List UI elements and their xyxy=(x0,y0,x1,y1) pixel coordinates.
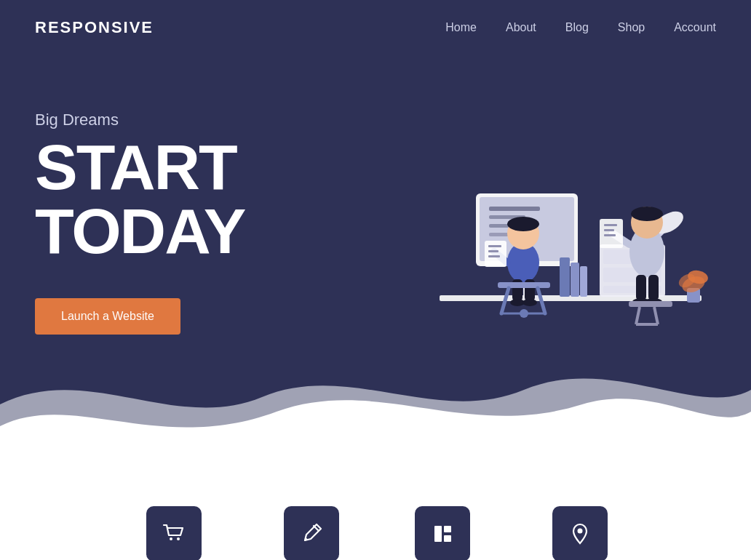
svg-rect-13 xyxy=(560,257,570,297)
svg-rect-40 xyxy=(636,275,646,300)
ecommerce-icon-box xyxy=(146,506,202,560)
hero-headline-line2: TODAY xyxy=(35,195,245,267)
hero-illustration xyxy=(381,99,716,346)
svg-line-46 xyxy=(654,307,658,324)
svg-point-62 xyxy=(577,529,582,534)
svg-point-58 xyxy=(177,537,180,540)
svg-rect-27 xyxy=(485,241,506,267)
nav-home[interactable]: Home xyxy=(445,21,477,34)
location-icon xyxy=(566,520,594,548)
hero-text-block: Big Dreams START TODAY Launch a Website xyxy=(35,111,245,335)
hero-section: Big Dreams START TODAY Launch a Website xyxy=(0,55,751,463)
svg-rect-28 xyxy=(488,245,501,247)
svg-rect-5 xyxy=(489,207,540,211)
businesses-icon-box xyxy=(552,506,608,560)
svg-point-25 xyxy=(522,299,537,306)
main-nav: Home About Blog Shop Account xyxy=(445,21,716,34)
elementor-icon xyxy=(429,520,456,548)
site-logo: RESPONSIVE xyxy=(35,18,154,37)
pencil-icon xyxy=(298,520,325,548)
svg-rect-14 xyxy=(571,263,579,297)
feature-blogging: Blogging xyxy=(284,506,339,560)
svg-rect-49 xyxy=(600,219,623,248)
svg-rect-51 xyxy=(604,229,614,231)
hero-headline: START TODAY xyxy=(35,135,245,263)
feature-ecommerce: E-commerce xyxy=(137,506,211,560)
svg-point-21 xyxy=(507,217,539,231)
nav-blog[interactable]: Blog xyxy=(565,21,589,34)
svg-rect-61 xyxy=(444,535,451,542)
feature-businesses: Businesses xyxy=(545,506,614,560)
svg-rect-52 xyxy=(604,234,616,236)
launch-website-button[interactable]: Launch a Website xyxy=(35,298,180,335)
svg-rect-44 xyxy=(629,301,672,307)
svg-rect-29 xyxy=(488,250,498,252)
hero-headline-line1: START xyxy=(35,131,237,203)
svg-point-57 xyxy=(170,537,172,540)
svg-rect-50 xyxy=(604,224,617,226)
nav-about[interactable]: About xyxy=(506,21,536,34)
hero-tagline: Big Dreams xyxy=(35,111,245,129)
site-header: RESPONSIVE Home About Blog Shop Account xyxy=(0,0,751,55)
elementor-icon-box xyxy=(415,506,470,560)
svg-rect-15 xyxy=(580,266,587,297)
blogging-icon-box xyxy=(284,506,339,560)
cart-icon xyxy=(160,520,188,548)
hero-wave xyxy=(0,346,751,463)
svg-rect-41 xyxy=(648,275,659,300)
feature-elementor: Elementor xyxy=(412,506,472,560)
features-section: E-commerce Blogging Elementor xyxy=(0,463,751,560)
svg-rect-30 xyxy=(488,255,500,257)
nav-account[interactable]: Account xyxy=(674,21,716,34)
svg-rect-59 xyxy=(434,526,442,542)
svg-rect-60 xyxy=(444,526,451,532)
svg-line-45 xyxy=(636,307,640,324)
svg-point-39 xyxy=(631,207,663,221)
nav-shop[interactable]: Shop xyxy=(618,21,645,34)
svg-rect-31 xyxy=(498,282,550,288)
